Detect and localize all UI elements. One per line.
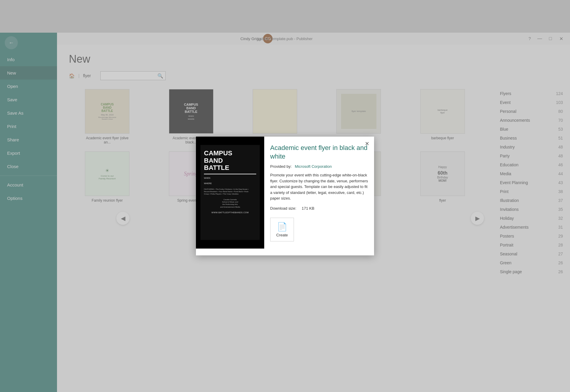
provider-link[interactable]: Microsoft Corporation bbox=[295, 164, 332, 169]
modal-download: Download size: 171 KB bbox=[270, 206, 368, 211]
modal-preview: CAMPUSBANDBATTLE WHEN WHERE FEATURING • … bbox=[196, 137, 264, 249]
create-button[interactable]: 📄 Create bbox=[270, 218, 294, 241]
flyer-main-title: CAMPUSBANDBATTLE bbox=[204, 150, 256, 171]
modal-description: Promote your event with this cutting-edg… bbox=[270, 172, 368, 201]
modal-close-button[interactable]: ✕ bbox=[363, 140, 371, 148]
modal-title: Academic event flyer in black and white bbox=[270, 144, 368, 161]
modal-dialog: ✕ CAMPUSBANDBATTLE WHEN WHERE FEATURING … bbox=[196, 137, 374, 255]
modal-flyer-preview: CAMPUSBANDBATTLE WHEN WHERE FEATURING • … bbox=[200, 145, 260, 240]
download-label: Download size: bbox=[270, 206, 296, 211]
modal-overlay: ✕ CAMPUSBANDBATTLE WHEN WHERE FEATURING … bbox=[0, 0, 570, 392]
modal-provider: Provided by: Microsoft Corporation bbox=[270, 164, 368, 169]
flyer-details: WHEN WHERE FEATURING • The Funky Chicken… bbox=[204, 177, 256, 214]
modal-info: Academic event flyer in black and white … bbox=[264, 137, 374, 249]
create-icon: 📄 bbox=[277, 222, 287, 232]
provider-label: Provided by: bbox=[270, 164, 292, 169]
flyer-divider bbox=[204, 174, 256, 174]
create-label: Create bbox=[276, 233, 288, 237]
download-size: 171 KB bbox=[302, 206, 314, 211]
modal-content: CAMPUSBANDBATTLE WHEN WHERE FEATURING • … bbox=[196, 137, 374, 249]
